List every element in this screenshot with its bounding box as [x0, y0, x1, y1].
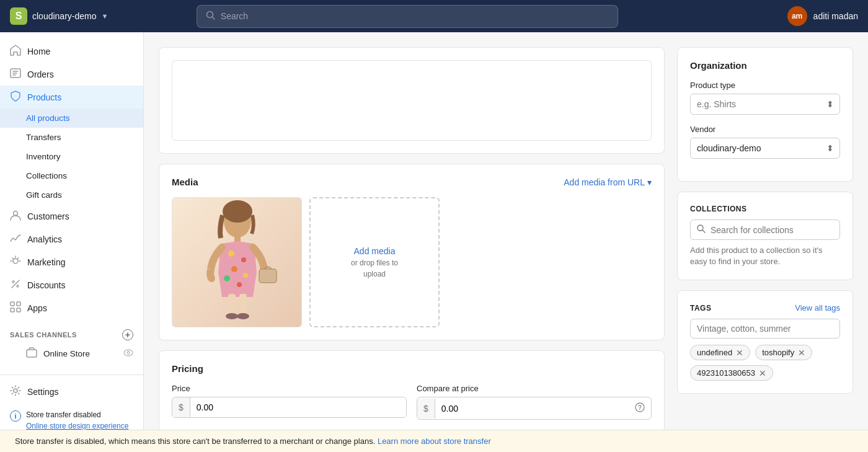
sidebar-item-orders[interactable]: Orders	[0, 63, 143, 86]
tags-input[interactable]	[690, 319, 840, 339]
sidebar-item-collections[interactable]: Collections	[0, 166, 143, 185]
svg-text:?: ?	[638, 404, 642, 411]
tags-card: TAGS View all tags undefined ✕ toshopify…	[677, 290, 853, 394]
tag-remove-button[interactable]: ✕	[798, 348, 805, 357]
eye-icon	[123, 348, 133, 360]
add-sales-channel-button[interactable]: +	[122, 329, 133, 340]
upload-sublabel: or drop files to	[351, 259, 398, 267]
vendor-input[interactable]	[690, 138, 840, 159]
tag-label: undefined	[697, 348, 732, 357]
sidebar-products-label: Products	[27, 92, 61, 102]
description-textarea[interactable]	[172, 60, 652, 141]
svg-rect-9	[11, 308, 14, 312]
learn-more-link[interactable]: Learn more about store transfer	[378, 436, 491, 446]
inventory-label: Inventory	[26, 152, 61, 161]
sidebar-item-settings[interactable]: Settings	[0, 380, 143, 403]
sales-channels-section: SALES CHANNELS +	[0, 319, 143, 343]
add-media-chevron-icon: ▾	[647, 177, 652, 187]
avatar[interactable]: am	[787, 6, 807, 26]
svg-point-21	[231, 266, 237, 272]
gift-cards-label: Gift cards	[26, 190, 62, 200]
media-upload-area[interactable]: Add media or drop files to upload	[309, 197, 440, 327]
brand-logo[interactable]: S cloudinary-demo ▼	[10, 7, 108, 25]
collections-label: Collections	[26, 171, 67, 180]
page-columns: Media Add media from URL ▾	[159, 47, 853, 433]
add-media-url-button[interactable]: Add media from URL ▾	[564, 177, 652, 187]
view-all-tags-button[interactable]: View all tags	[795, 303, 840, 312]
price-input[interactable]	[190, 397, 406, 417]
svg-point-13	[127, 352, 130, 354]
sidebar-item-apps[interactable]: Apps	[0, 296, 143, 319]
sidebar-analytics-label: Analytics	[27, 234, 62, 244]
search-bar[interactable]	[197, 5, 618, 28]
upload-sublabel2: upload	[363, 270, 386, 278]
sidebar-item-online-store[interactable]: Online Store	[0, 343, 143, 365]
add-media-url-label: Add media from URL	[564, 177, 645, 187]
sidebar-item-all-products[interactable]: All products	[0, 109, 143, 128]
vendor-field: Vendor ⬍	[690, 125, 840, 159]
marketing-icon	[10, 255, 21, 268]
sidebar-customers-label: Customers	[27, 211, 69, 221]
svg-point-17	[223, 200, 252, 223]
compare-price-label: Compare at price	[417, 384, 652, 393]
product-type-label: Product type	[690, 81, 840, 90]
sidebar-item-marketing[interactable]: Marketing	[0, 250, 143, 273]
search-input[interactable]	[221, 11, 609, 21]
svg-rect-26	[228, 294, 236, 316]
svg-point-24	[237, 282, 242, 287]
svg-point-3	[14, 211, 18, 216]
product-type-input[interactable]	[690, 94, 840, 115]
collections-hint: Add this product to a collection so it's…	[690, 245, 840, 267]
right-column: Organization Product type ⬍ Vendor ⬍	[677, 47, 853, 394]
compare-price-input[interactable]	[435, 399, 629, 419]
brand-chevron-icon: ▼	[102, 12, 108, 20]
sidebar-item-products[interactable]: Products	[0, 86, 143, 109]
media-card: Media Add media from URL ▾	[159, 164, 665, 340]
svg-point-29	[237, 313, 249, 319]
collections-title: COLLECTIONS	[690, 205, 840, 213]
sidebar-item-inventory[interactable]: Inventory	[0, 147, 143, 166]
customers-icon	[10, 210, 21, 223]
sidebar-item-discounts[interactable]: Discounts	[0, 273, 143, 296]
sidebar-item-gift-cards[interactable]: Gift cards	[0, 185, 143, 205]
collections-search-input[interactable]	[711, 225, 833, 235]
tag-remove-button[interactable]: ✕	[736, 348, 743, 357]
page-layout: Home Orders Products All products Transf…	[0, 32, 868, 452]
tags-list: undefined ✕ toshopify ✕ 4923101380653 ✕	[690, 345, 840, 381]
sidebar-item-customers[interactable]: Customers	[0, 205, 143, 228]
svg-point-12	[124, 350, 133, 356]
org-title: Organization	[690, 60, 840, 71]
online-store-label: Online Store	[43, 349, 90, 358]
tag-remove-button[interactable]: ✕	[759, 369, 766, 378]
product-type-field: Product type ⬍	[690, 81, 840, 115]
pricing-title: Pricing	[172, 363, 652, 374]
top-navigation: S cloudinary-demo ▼ am aditi madan	[0, 0, 868, 32]
user-menu: am aditi madan	[787, 6, 858, 26]
store-transfer-link[interactable]: Online store design experience	[26, 422, 128, 430]
tags-header: TAGS View all tags	[690, 303, 840, 312]
orders-icon	[10, 68, 21, 81]
settings-icon	[10, 385, 21, 398]
tag-label: toshopify	[762, 348, 794, 357]
svg-rect-27	[239, 294, 247, 316]
svg-rect-10	[17, 308, 20, 312]
compare-currency: $	[417, 399, 435, 419]
sidebar-item-home[interactable]: Home	[0, 40, 143, 63]
svg-point-28	[226, 313, 238, 319]
tag-chip: undefined ✕	[690, 345, 750, 360]
compare-help-icon[interactable]: ?	[629, 397, 651, 419]
media-header: Media Add media from URL ▾	[172, 177, 652, 187]
media-title: Media	[172, 177, 198, 187]
home-icon	[10, 45, 21, 58]
add-media-label: Add media	[354, 246, 396, 256]
tag-chip: 4923101380653 ✕	[690, 365, 773, 381]
price-label: Price	[172, 384, 407, 393]
sidebar-marketing-label: Marketing	[27, 257, 65, 267]
sidebar-item-transfers[interactable]: Transfers	[0, 128, 143, 147]
sidebar-item-analytics[interactable]: Analytics	[0, 228, 143, 250]
collections-search[interactable]	[690, 219, 840, 240]
svg-point-14	[14, 389, 17, 392]
svg-rect-25	[259, 269, 277, 283]
sidebar-orders-label: Orders	[27, 69, 54, 79]
svg-rect-8	[17, 302, 20, 306]
